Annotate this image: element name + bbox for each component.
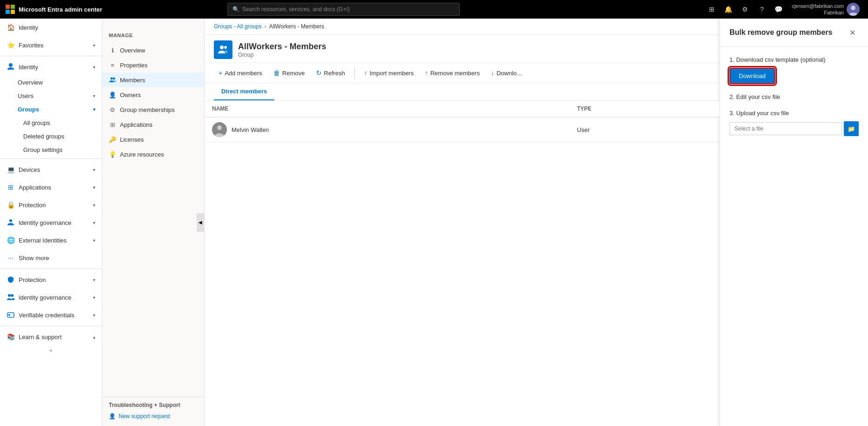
svg-point-14: [220, 46, 224, 49]
svg-point-9: [11, 294, 13, 297]
breadcrumb-current: AllWorkers - Members: [269, 23, 324, 30]
support-icon: 👤: [109, 413, 116, 419]
members-label: Members: [120, 77, 145, 84]
sidebar-subitem-all-groups[interactable]: All groups: [23, 116, 102, 130]
sidebar-item-applications[interactable]: ⊞ Applications ▾: [0, 178, 102, 196]
new-support-request-link[interactable]: 👤 New support request: [109, 411, 198, 421]
feedback-icon-btn[interactable]: 💬: [772, 3, 785, 16]
second-sidebar: Manage ℹ Overview ≡ Properties Members 👤…: [102, 19, 205, 426]
right-panel: Bulk remove group members ✕ 1. Download …: [719, 19, 868, 426]
refresh-label: Refresh: [324, 70, 345, 77]
remove-icon: 🗑: [273, 69, 280, 77]
sidebar-subitem-deleted-groups[interactable]: Deleted groups: [23, 130, 102, 143]
sidebar-item-protection[interactable]: 🔒 Protection ▾: [0, 196, 102, 214]
user-menu[interactable]: cjensen@fabrikan.com Fabrikan: [789, 3, 862, 16]
svg-point-12: [111, 78, 113, 80]
table-container: NAME TYPE Melvin Wallen: [205, 101, 719, 426]
search-input[interactable]: [242, 6, 455, 13]
sidebar-subitem-group-settings[interactable]: Group settings: [23, 143, 102, 157]
right-panel-header: Bulk remove group members ✕: [720, 19, 868, 47]
settings-icon-btn[interactable]: ⚙: [739, 3, 752, 16]
sidebar-item-identity-governance-2[interactable]: Identity governance ▾: [0, 288, 102, 306]
licenses-icon: 🔑: [109, 136, 116, 143]
sidebar-item-identity-governance[interactable]: Identity governance ▾: [0, 214, 102, 231]
import-members-btn[interactable]: ↑ Import members: [359, 67, 418, 79]
refresh-icon: ↻: [316, 69, 322, 77]
sidebar-item-show-more[interactable]: ··· Show more: [0, 249, 102, 267]
sidebar-item-home[interactable]: 🏠 Identity: [0, 19, 102, 36]
add-members-btn[interactable]: + Add members: [214, 67, 267, 79]
second-sidebar-licenses[interactable]: 🔑 Licenses: [102, 132, 204, 147]
sidebar-item-external-identities[interactable]: 🌐 External Identities ▾: [0, 231, 102, 249]
sidebar-item-devices[interactable]: 💻 Devices ▾: [0, 161, 102, 178]
devices-label: Devices: [19, 166, 89, 173]
add-members-label: Add members: [225, 70, 262, 77]
csv-download-btn[interactable]: Download: [729, 68, 775, 84]
second-sidebar-owners[interactable]: 👤 Owners: [102, 87, 204, 102]
notification-icon-btn[interactable]: 🔔: [722, 3, 735, 16]
remove-members-label: Remove members: [431, 70, 480, 77]
download-label: Downlo...: [497, 70, 522, 77]
step-3: 3. Upload your csv file 📁: [729, 110, 859, 136]
second-sidebar-azure-resources[interactable]: 💡 Azure resources: [102, 147, 204, 162]
sidebar-item-protection-2[interactable]: Protection ▾: [0, 271, 102, 288]
step1-label: 1. Download csv template (optional): [729, 56, 859, 63]
sidebar-item-identity[interactable]: Identity ▾: [0, 58, 102, 76]
svg-point-11: [8, 314, 10, 316]
topbar: Microsoft Entra admin center 🔍 ⊞ 🔔 ⚙ ? 💬…: [0, 0, 868, 19]
external-identities-label: External Identities: [19, 237, 89, 244]
protection-icon: 🔒: [7, 201, 15, 209]
svg-point-13: [113, 78, 115, 80]
members-icon: [109, 76, 116, 84]
tab-direct-members[interactable]: Direct members: [214, 83, 274, 100]
second-sidebar-members[interactable]: Members: [102, 72, 204, 87]
star-icon: ⭐: [7, 41, 15, 49]
second-sidebar-properties[interactable]: ≡ Properties: [102, 58, 204, 72]
owners-icon: 👤: [109, 91, 116, 98]
troubleshooting-title: Troubleshooting + Support: [109, 402, 198, 408]
sidebar-item-users[interactable]: Users ▾: [18, 89, 102, 103]
breadcrumb-groups[interactable]: Groups - All groups: [214, 23, 262, 30]
sidebar-item-overview[interactable]: Overview: [18, 76, 102, 89]
search-bar[interactable]: 🔍: [227, 3, 460, 16]
home-label: Identity: [19, 24, 95, 31]
sidebar-item-verifiable-credentials[interactable]: Verifiable credentials ▾: [0, 306, 102, 324]
help-icon-btn[interactable]: ?: [755, 3, 769, 16]
sidebar-item-learn-support[interactable]: 📚 Learn & support ▴: [0, 328, 102, 346]
refresh-btn[interactable]: ↻ Refresh: [311, 67, 350, 79]
avatar[interactable]: [847, 3, 860, 16]
favorites-label: Favorites: [19, 42, 89, 49]
identity-governance-chevron: ▾: [93, 220, 95, 225]
right-panel-body: 1. Download csv template (optional) Down…: [720, 47, 868, 426]
svg-point-15: [224, 46, 227, 49]
table-row: Melvin Wallen User: [205, 117, 719, 142]
remove-members-btn[interactable]: ↑ Remove members: [420, 67, 484, 79]
second-sidebar-applications[interactable]: ⊞ Applications: [102, 117, 204, 132]
download-btn[interactable]: ↓ Downlo...: [486, 67, 526, 79]
overview-label: Overview: [120, 47, 145, 54]
sidebar-scroll-indicator: ▾: [0, 346, 102, 355]
learn-support-chevron: ▴: [93, 334, 95, 340]
group-memberships-label: Group memberships: [120, 106, 175, 113]
members-table: NAME TYPE Melvin Wallen: [205, 101, 719, 142]
remove-btn[interactable]: 🗑 Remove: [269, 67, 309, 79]
file-select-input[interactable]: [729, 122, 842, 135]
owners-label: Owners: [120, 92, 141, 98]
breadcrumb: Groups - All groups › AllWorkers - Membe…: [205, 19, 719, 35]
licenses-label: Licenses: [120, 136, 144, 143]
new-support-request-label: New support request: [119, 413, 170, 419]
page-title: AllWorkers - Members: [238, 42, 326, 52]
sidebar-item-favorites[interactable]: ⭐ Favorites ▾: [0, 36, 102, 54]
toolbar-divider: [354, 67, 355, 79]
second-sidebar-overview[interactable]: ℹ Overview: [102, 43, 204, 58]
second-sidebar-group-memberships[interactable]: ⚙ Group memberships: [102, 102, 204, 117]
download-icon: ↓: [491, 69, 494, 77]
properties-label: Properties: [120, 62, 147, 69]
file-browse-btn[interactable]: 📁: [844, 121, 859, 136]
user-company: Fabrikan: [792, 9, 844, 16]
svg-point-8: [8, 294, 11, 297]
portal-icon-btn[interactable]: ⊞: [705, 3, 718, 16]
right-panel-close-btn[interactable]: ✕: [846, 26, 859, 39]
sidebar-collapse-btn[interactable]: ◀: [197, 213, 204, 232]
sidebar-item-groups[interactable]: Groups ▾: [18, 103, 102, 116]
